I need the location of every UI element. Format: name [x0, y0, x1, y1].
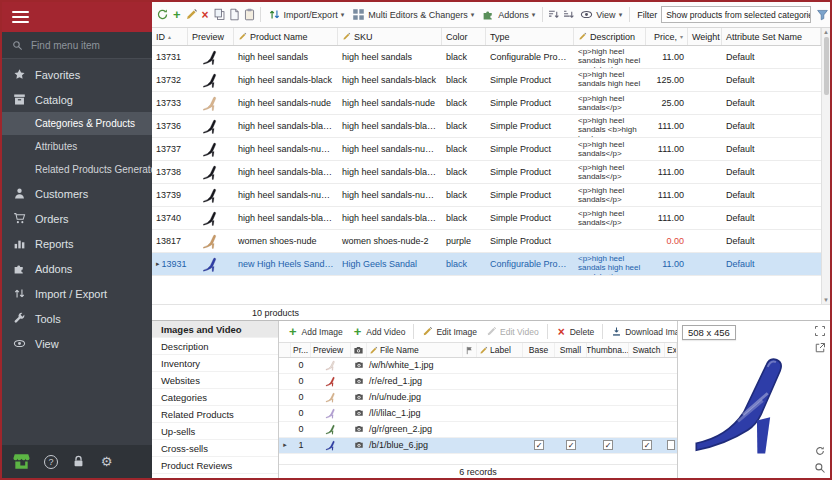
tab-related-products[interactable]: Related Products	[152, 406, 278, 423]
hamburger-menu-icon[interactable]	[12, 11, 29, 23]
expand-icon[interactable]	[814, 325, 826, 337]
column-swatch[interactable]: Swatch	[629, 343, 665, 357]
zoom-icon[interactable]	[814, 462, 826, 474]
column-exclude[interactable]: Exclude	[665, 343, 677, 357]
product-row[interactable]: 13732high heel sandals-blackhigh heel sa…	[152, 69, 821, 92]
image-row[interactable]: 0/w/h/white_1.jpg	[279, 358, 677, 374]
multi-editors-button[interactable]: Multi Editors & Changers ▾	[349, 6, 477, 23]
product-row[interactable]: 13740high heel sandals-black-38high heel…	[152, 207, 821, 230]
tab-up-sells[interactable]: Up-sells	[152, 423, 278, 440]
products-scrollbar[interactable]: ▲ ▼	[821, 28, 830, 304]
column-id[interactable]: ID ▴	[152, 28, 188, 45]
small-checkbox[interactable]: ✓	[566, 440, 576, 450]
cell-text: 1	[298, 440, 303, 450]
image-row[interactable]: ▸1/b/1/blue_6.jpg✓✓✓✓	[279, 438, 677, 454]
column-thumbnail[interactable]: Thumbna...	[587, 343, 629, 357]
column-file-name[interactable]: File Name	[367, 343, 463, 357]
product-row[interactable]: ▸13931new High Heels SandalsHigh Geels S…	[152, 253, 821, 276]
menu-search-input[interactable]	[29, 39, 129, 52]
tab-images-and-video[interactable]: Images and Video	[152, 321, 278, 338]
column-description[interactable]: Description	[574, 28, 646, 45]
column-base[interactable]: Base	[523, 343, 555, 357]
column-type[interactable]: Type	[486, 28, 574, 45]
sort-descending-icon[interactable]	[562, 8, 575, 21]
rotate-icon[interactable]	[814, 445, 826, 457]
product-row[interactable]: 13738high heel sandals-black-37high heel…	[152, 161, 821, 184]
refresh-icon[interactable]	[156, 8, 169, 21]
clipboard-icon[interactable]	[243, 8, 256, 21]
column-preview[interactable]: Preview	[311, 343, 351, 357]
delete-image-button[interactable]: × Delete	[553, 323, 598, 341]
filters-button[interactable]: Filters ▾	[813, 6, 830, 23]
scroll-up-icon[interactable]: ▲	[823, 29, 829, 35]
edit-video-button[interactable]: Edit Video	[483, 324, 542, 339]
swatch-checkbox[interactable]: ✓	[642, 440, 652, 450]
sort-ascending-icon[interactable]	[547, 8, 560, 21]
sidebar-item-addons[interactable]: Addons	[2, 256, 152, 281]
column-position[interactable]: Pr...	[291, 343, 311, 357]
scroll-down-icon[interactable]: ▼	[823, 297, 829, 303]
column-attribute-set[interactable]: Attribute Set Name	[722, 28, 821, 45]
sidebar-item-tools[interactable]: Tools	[2, 306, 152, 331]
product-row[interactable]: 13737high heel sandals-nude-36high heel …	[152, 138, 821, 161]
duplicate-icon[interactable]	[228, 8, 241, 21]
product-price: 111.00	[646, 144, 688, 154]
sidebar-item-reports[interactable]: Reports	[2, 231, 152, 256]
sidebar-item-attributes[interactable]: Attributes	[2, 135, 152, 158]
product-row[interactable]: 13817women shoes-nudewomen shoes-nude-2p…	[152, 230, 821, 253]
sidebar-item-customers[interactable]: Customers	[2, 181, 152, 206]
sidebar-item-orders[interactable]: Orders	[2, 206, 152, 231]
column-weight[interactable]: Weight	[688, 28, 722, 45]
base-checkbox[interactable]: ✓	[534, 440, 544, 450]
tab-inventory[interactable]: Inventory	[152, 355, 278, 372]
copy-icon[interactable]	[213, 8, 226, 21]
tab-categories[interactable]: Categories	[152, 389, 278, 406]
product-row[interactable]: 13731high heel sandalshigh heel sandalsb…	[152, 46, 821, 69]
gear-icon[interactable]: ⚙	[99, 454, 114, 469]
edit-image-button[interactable]: Edit Image	[419, 324, 480, 339]
column-price[interactable]: Price, ▾	[646, 28, 688, 45]
view-button[interactable]: View ▾	[577, 6, 625, 23]
image-row[interactable]: 0/n/u/nude.jpg	[279, 390, 677, 406]
sidebar-item-catalog[interactable]: Catalog	[2, 87, 152, 112]
category-filter-select[interactable]: Show products from selected categories ▾	[661, 6, 811, 23]
edit-product-icon[interactable]	[185, 8, 198, 21]
open-external-icon[interactable]	[814, 342, 826, 354]
sidebar-item-related-products-generator[interactable]: Related Products Generator	[2, 158, 152, 181]
add-image-button[interactable]: + Add Image	[284, 322, 346, 341]
column-sku[interactable]: SKU	[338, 28, 442, 45]
download-image-button[interactable]: Download Image	[608, 324, 677, 339]
tab-description[interactable]: Description	[152, 338, 278, 355]
addons-button[interactable]: Addons ▾	[479, 6, 538, 23]
sidebar-item-categories-products[interactable]: Categories & Products	[2, 112, 152, 135]
sidebar-item-favorites[interactable]: Favorites	[2, 62, 152, 87]
product-row[interactable]: 13739high heel sandals-nude-37high heel …	[152, 184, 821, 207]
scrollbar-thumb[interactable]	[824, 37, 829, 95]
column-small[interactable]: Small	[555, 343, 587, 357]
exclude-checkbox[interactable]	[667, 440, 675, 450]
image-row[interactable]: 0/l/i/lilac_1.jpg	[279, 406, 677, 422]
column-product-name[interactable]: Product Name	[234, 28, 338, 45]
product-row[interactable]: 13736high heel sandals-black-36high heel…	[152, 115, 821, 138]
import-export-button[interactable]: Import/Export ▾	[265, 6, 348, 23]
delete-product-icon[interactable]: ×	[200, 8, 211, 22]
tab-product-reviews[interactable]: Product Reviews	[152, 457, 278, 474]
tab-cross-sells[interactable]: Cross-sells	[152, 440, 278, 457]
tab-websites[interactable]: Websites	[152, 372, 278, 389]
image-row[interactable]: 0/r/e/red_1.jpg	[279, 374, 677, 390]
thumbnail-checkbox[interactable]: ✓	[603, 440, 613, 450]
column-preview[interactable]: Preview	[188, 28, 234, 45]
add-product-icon[interactable]: +	[171, 7, 183, 22]
lock-icon[interactable]	[71, 454, 86, 469]
help-icon[interactable]: ?	[44, 455, 58, 469]
product-row[interactable]: 13733high heel sandals-nudehigh heel san…	[152, 92, 821, 115]
column-label-col[interactable]: Label	[477, 343, 523, 357]
image-row[interactable]: 0/g/r/green_2.jpg	[279, 422, 677, 438]
sidebar-item-view[interactable]: View	[2, 331, 152, 356]
flag-icon-column[interactable]	[463, 343, 477, 357]
camera-icon-column[interactable]	[351, 343, 367, 357]
sidebar-item-import-export[interactable]: Import / Export	[2, 281, 152, 306]
store-icon[interactable]	[12, 452, 31, 471]
add-video-button[interactable]: + Add Video	[349, 322, 409, 341]
column-color[interactable]: Color	[442, 28, 486, 45]
